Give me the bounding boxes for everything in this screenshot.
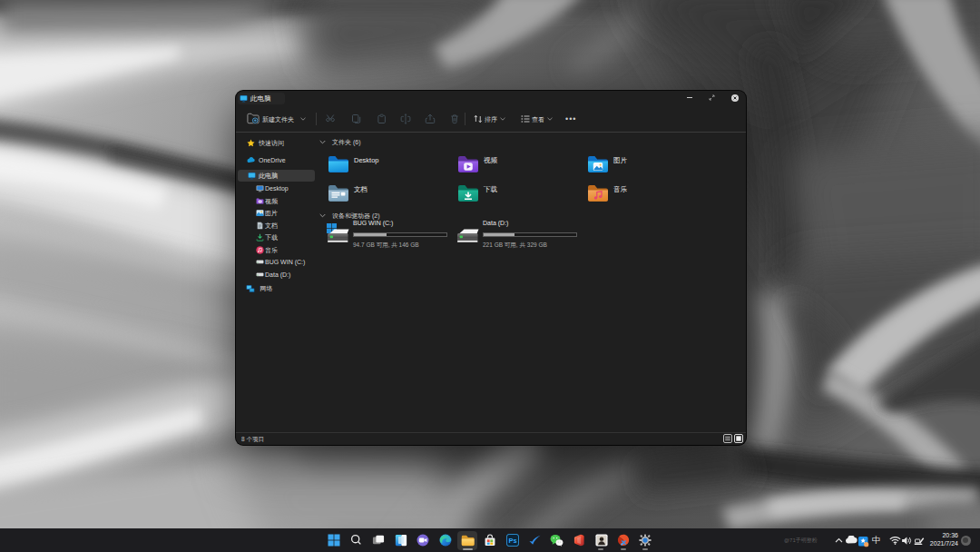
svg-text:Ps: Ps [508,537,516,545]
